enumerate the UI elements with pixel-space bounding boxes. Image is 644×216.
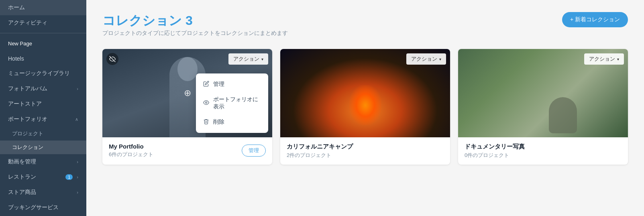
chevron-right-icon: › [77, 190, 78, 195]
page-title: コレクション 3 [102, 12, 288, 30]
sidebar-item-activity[interactable]: アクティビティ [0, 15, 86, 31]
action-button[interactable]: アクション ▾ [228, 53, 268, 65]
collection-card: アクション ▾ カリフォルニアキャンプ 2件のプロジェクト [280, 49, 450, 165]
sidebar-item-video-manage[interactable]: 動画を管理 › [0, 154, 86, 169]
card-image-portfolio: アクション ▾ 管理 [102, 49, 272, 137]
card-footer: ドキュメンタリー写真 0件のプロジェクト [458, 137, 628, 165]
eye-icon [203, 100, 209, 107]
sidebar-item-art-store[interactable]: アートストア [0, 96, 86, 112]
action-button[interactable]: アクション ▾ [406, 53, 446, 65]
card-action-area: アクション ▾ [284, 53, 446, 65]
dropdown-item-delete-label: 削除 [213, 118, 224, 126]
chevron-down-icon: ▾ [261, 57, 263, 61]
card-count: 2件のプロジェクト [287, 152, 353, 159]
person-shape [549, 97, 577, 133]
collections-grid: アクション ▾ 管理 [102, 49, 628, 165]
action-dropdown-wrapper: アクション ▾ 管理 [228, 53, 268, 65]
collection-card: アクション ▾ 管理 [102, 49, 272, 165]
card-count: 6件のプロジェクト [109, 151, 153, 158]
sidebar-item-label: ポートフォリオ [8, 116, 47, 123]
action-dropdown-menu: 管理 ポートフォリオに表示 [196, 73, 268, 133]
sidebar-item-label: ミュージックライブラリ [8, 70, 70, 77]
card-info: My Portfolio 6件のプロジェクト [109, 143, 153, 158]
sidebar-item-label: プロジェクト [12, 130, 43, 137]
new-collection-button[interactable]: + 新着コレクション [562, 12, 628, 27]
page-header: コレクション 3 プロジェクトのタイプに応じてプロジェクトをコレクションにまとめ… [102, 12, 628, 47]
action-label: アクション [233, 55, 259, 63]
sidebar-item-hotels[interactable]: Hotels [0, 51, 86, 66]
svg-point-1 [206, 102, 207, 104]
sidebar-item-label: アートストア [8, 100, 42, 108]
card-name: カリフォルニアキャンプ [287, 143, 353, 151]
sidebar-item-label: ストア商品 [8, 189, 36, 196]
dropdown-item-delete[interactable]: 削除 [196, 114, 268, 130]
card-footer: カリフォルニアキャンプ 2件のプロジェクト [280, 137, 450, 165]
dropdown-item-manage-label: 管理 [213, 81, 224, 88]
pencil-icon [203, 81, 209, 88]
sidebar-item-booking-service[interactable]: ブッキングサービス [0, 200, 86, 215]
sidebar: ホーム アクティビティ New Page Hotels ミュージックライブラリ … [0, 0, 86, 216]
chevron-down-icon: ▾ [439, 57, 441, 61]
sidebar-item-label: ブッキングサービス [8, 204, 59, 211]
sidebar-item-store-items[interactable]: ストア商品 › [0, 185, 86, 200]
card-image-documentary: アクション ▾ [458, 49, 628, 137]
sidebar-item-label: New Page [8, 41, 32, 47]
sidebar-item-collections[interactable]: コレクション [0, 141, 86, 154]
chevron-down-icon: ▾ [617, 57, 619, 61]
card-action-area: アクション ▾ [462, 53, 624, 65]
dropdown-item-manage[interactable]: 管理 [196, 77, 268, 92]
card-image-camp: アクション ▾ [280, 49, 450, 137]
card-footer: My Portfolio 6件のプロジェクト 管理 [102, 137, 272, 164]
chevron-right-icon: › [77, 86, 78, 91]
collection-card: アクション ▾ ドキュメンタリー写真 0件のプロジェクト [458, 49, 628, 165]
action-label: アクション [411, 55, 437, 63]
sidebar-item-portfolio[interactable]: ポートフォリオ ∧ [0, 112, 86, 127]
card-name: ドキュメンタリー写真 [465, 143, 525, 151]
sidebar-item-photo-album[interactable]: フォトアルバム › [0, 81, 86, 96]
chevron-right-icon: › [77, 159, 78, 164]
card-count: 0件のプロジェクト [465, 152, 525, 159]
dropdown-item-show-label: ポートフォリオに表示 [213, 96, 261, 110]
sidebar-item-label: Hotels [8, 55, 24, 62]
sidebar-item-label: コレクション [12, 144, 43, 151]
card-name: My Portfolio [109, 143, 153, 150]
page-subtitle: プロジェクトのタイプに応じてプロジェクトをコレクションにまとめます [102, 30, 288, 37]
sidebar-item-restaurant[interactable]: レストラン 1 › [0, 169, 86, 185]
sidebar-divider [0, 33, 86, 33]
sidebar-item-home[interactable]: ホーム [0, 0, 86, 15]
main-content: コレクション 3 プロジェクトのタイプに応じてプロジェクトをコレクションにまとめ… [86, 0, 644, 216]
dropdown-item-show-portfolio[interactable]: ポートフォリオに表示 [196, 92, 268, 114]
manage-button[interactable]: 管理 [242, 145, 266, 157]
chevron-right-icon: › [77, 175, 78, 179]
sidebar-item-label: フォトアルバム [8, 85, 47, 92]
action-label: アクション [589, 55, 615, 63]
action-button[interactable]: アクション ▾ [584, 53, 624, 65]
card-info: ドキュメンタリー写真 0件のプロジェクト [465, 143, 525, 159]
sidebar-item-label: ホーム [8, 4, 25, 11]
sidebar-item-label: アクティビティ [8, 19, 47, 26]
restaurant-badge: 1 [65, 174, 73, 180]
sidebar-item-new-page[interactable]: New Page [0, 36, 86, 51]
sidebar-item-music-library[interactable]: ミュージックライブラリ [0, 66, 86, 81]
sidebar-item-projects[interactable]: プロジェクト [0, 127, 86, 141]
fire-glow [349, 85, 381, 125]
title-area: コレクション 3 プロジェクトのタイプに応じてプロジェクトをコレクションにまとめ… [102, 12, 288, 47]
sidebar-item-label: 動画を管理 [8, 158, 36, 165]
trash-icon [203, 118, 209, 126]
hide-icon[interactable] [106, 53, 118, 65]
chevron-up-icon: ∧ [75, 117, 78, 122]
sidebar-item-label: レストラン [8, 173, 36, 181]
card-action-area: アクション ▾ 管理 [106, 53, 268, 65]
card-info: カリフォルニアキャンプ 2件のプロジェクト [287, 143, 353, 159]
